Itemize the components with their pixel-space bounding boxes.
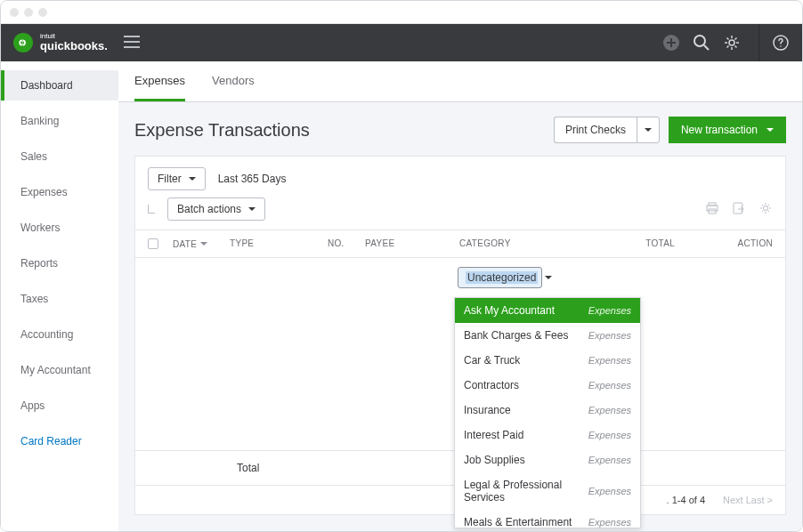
option-label: Ask My Accountant [464, 304, 588, 317]
chevron-down-icon [189, 177, 196, 181]
col-payee[interactable]: PAYEE [365, 238, 459, 249]
print-icon[interactable] [705, 201, 719, 218]
sidebar-item-workers[interactable]: Workers [1, 213, 118, 243]
svg-point-8 [764, 206, 768, 210]
brand-name: quickbooks. [40, 39, 108, 52]
col-no[interactable]: NO. [328, 238, 365, 249]
sidebar-item-dashboard[interactable]: Dashboard [1, 70, 118, 101]
svg-point-1 [694, 36, 705, 46]
tab-vendors[interactable]: Vendors [212, 61, 255, 101]
option-label: Contractors [464, 379, 588, 391]
option-type: Expenses [588, 486, 631, 496]
batch-actions-button[interactable]: Batch actions [167, 197, 265, 221]
dropdown-option[interactable]: Legal & Professional ServicesExpenses [455, 472, 640, 510]
option-label: Meals & Entertainment [464, 516, 588, 528]
print-checks-caret[interactable] [637, 117, 660, 143]
sidebar-item-accounting[interactable]: Accounting [1, 319, 118, 350]
batch-actions-label: Batch actions [177, 203, 241, 215]
sort-desc-icon [200, 242, 207, 246]
tab-bar: ExpensesVendors [118, 61, 802, 102]
col-total[interactable]: TOTAL [557, 238, 684, 249]
sidebar: DashboardBankingSalesExpensesWorkersRepo… [1, 61, 118, 531]
option-type: Expenses [588, 517, 631, 528]
create-icon[interactable] [662, 34, 680, 52]
qb-logo-icon [13, 33, 33, 52]
option-type: Expenses [588, 305, 631, 316]
dropdown-option[interactable]: Meals & EntertainmentExpenses [455, 510, 640, 528]
chevron-down-icon [248, 207, 256, 211]
top-navbar: intuit quickbooks. [1, 24, 802, 61]
traffic-minimize-icon[interactable] [24, 8, 33, 17]
option-type: Expenses [588, 430, 631, 440]
sidebar-item-sales[interactable]: Sales [1, 141, 118, 172]
window-titlebar [1, 1, 802, 24]
option-type: Expenses [588, 330, 631, 341]
export-icon[interactable] [732, 201, 746, 218]
dropdown-option[interactable]: Interest PaidExpenses [455, 423, 640, 447]
corner-mark-icon [148, 205, 155, 214]
new-transaction-label: New transaction [681, 124, 758, 136]
dropdown-option[interactable]: Ask My AccountantExpenses [455, 298, 640, 323]
option-label: Interest Paid [464, 429, 588, 441]
chevron-down-icon [545, 276, 552, 279]
sidebar-item-banking[interactable]: Banking [1, 106, 118, 136]
option-type: Expenses [588, 355, 631, 366]
option-label: Job Supplies [464, 454, 588, 466]
settings-icon[interactable] [758, 201, 773, 218]
chevron-down-icon [766, 128, 774, 132]
category-select-input[interactable]: Uncategorized [458, 267, 542, 288]
total-label: Total [237, 462, 259, 474]
col-date[interactable]: DATE [173, 238, 230, 249]
col-category[interactable]: CATEGORY [459, 238, 557, 249]
page-range: 1-4 of 4 [672, 495, 705, 505]
search-icon[interactable] [693, 34, 710, 52]
sidebar-item-my-accountant[interactable]: My Accountant [1, 355, 118, 385]
col-type[interactable]: TYPE [230, 238, 328, 249]
dropdown-option[interactable]: ContractorsExpenses [455, 373, 640, 398]
filter-label: Filter [158, 173, 182, 185]
new-transaction-button[interactable]: New transaction [669, 117, 786, 143]
table-header: DATE TYPE NO. PAYEE CATEGORY TOTAL ACTIO… [135, 230, 785, 258]
next-page-link[interactable]: Next Last > [723, 495, 773, 505]
print-checks-label: Print Checks [565, 124, 626, 136]
option-label: Legal & Professional Services [464, 479, 588, 504]
dropdown-option[interactable]: Bank Charges & FeesExpenses [455, 323, 640, 348]
tab-expenses[interactable]: Expenses [134, 61, 185, 101]
hamburger-menu-icon[interactable] [124, 34, 140, 52]
option-label: Insurance [464, 404, 588, 416]
sidebar-item-expenses[interactable]: Expenses [1, 177, 118, 207]
gear-icon[interactable] [723, 34, 741, 52]
category-selected-value: Uncategorized [466, 271, 538, 284]
sidebar-item-taxes[interactable]: Taxes [1, 284, 118, 314]
dropdown-option[interactable]: Car & TruckExpenses [455, 348, 640, 373]
print-checks-button[interactable]: Print Checks [554, 117, 660, 143]
sidebar-item-apps[interactable]: Apps [1, 391, 118, 421]
option-label: Car & Truck [464, 354, 588, 367]
option-type: Expenses [588, 380, 631, 391]
sidebar-item-reports[interactable]: Reports [1, 248, 118, 278]
select-all-checkbox[interactable] [148, 238, 158, 249]
option-label: Bank Charges & Fees [464, 329, 588, 342]
option-type: Expenses [588, 455, 631, 465]
help-icon[interactable] [772, 34, 790, 52]
sidebar-item-card-reader[interactable]: Card Reader [1, 426, 118, 456]
transactions-panel: Filter Last 365 Days Batch actions [134, 156, 786, 515]
filter-button[interactable]: Filter [148, 167, 206, 190]
category-dropdown: Ask My AccountantExpensesBank Charges & … [454, 297, 641, 528]
traffic-zoom-icon[interactable] [38, 8, 47, 17]
svg-point-2 [729, 40, 734, 45]
dropdown-option[interactable]: Job SuppliesExpenses [455, 447, 640, 472]
date-range-label: Last 365 Days [218, 173, 287, 185]
chevron-down-icon [645, 128, 652, 132]
col-action: ACTION [684, 238, 773, 249]
dropdown-option[interactable]: InsuranceExpenses [455, 398, 640, 423]
traffic-close-icon[interactable] [10, 8, 19, 17]
brand: intuit quickbooks. [13, 33, 108, 52]
option-type: Expenses [588, 405, 631, 415]
page-title: Expense Transactions [134, 120, 310, 141]
